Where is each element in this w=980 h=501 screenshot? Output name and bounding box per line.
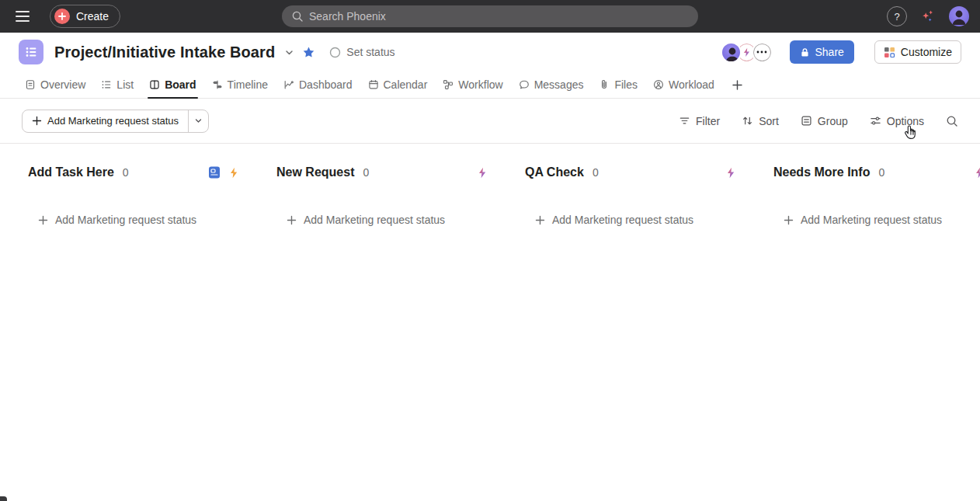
rule-bolt-gradient-icon[interactable] xyxy=(477,167,488,179)
column-title[interactable]: New Request xyxy=(276,165,354,179)
board-toolbar: Add Marketing request status Filter Sort xyxy=(0,99,980,144)
board-search-button[interactable] xyxy=(946,115,958,127)
customize-button[interactable]: Customize xyxy=(874,40,961,64)
ai-sparkles-icon[interactable] xyxy=(918,6,938,26)
add-card-button[interactable]: Add Marketing request status xyxy=(276,214,445,226)
workload-person-icon xyxy=(653,79,664,90)
sort-arrows-icon xyxy=(742,115,753,127)
add-status-label: Add Marketing request status xyxy=(47,115,179,127)
project-list-icon xyxy=(19,40,43,64)
sort-label: Sort xyxy=(759,115,779,127)
workflow-icon xyxy=(443,79,454,90)
plus-icon xyxy=(287,215,297,225)
column-count: 0 xyxy=(878,166,884,179)
status-circle-icon xyxy=(329,47,341,58)
search-icon xyxy=(946,115,958,127)
tab-label: Board xyxy=(165,78,196,91)
add-card-button[interactable]: Add Marketing request status xyxy=(28,214,196,226)
filter-label: Filter xyxy=(696,115,720,127)
tab-label: Files xyxy=(614,78,638,91)
plus-circle-icon xyxy=(54,9,70,24)
column-title[interactable]: QA Check xyxy=(525,165,584,179)
tab-label: Dashboard xyxy=(299,78,353,91)
title-chevron-down-icon[interactable] xyxy=(284,47,294,57)
rule-bolt-gradient-icon[interactable] xyxy=(974,167,980,179)
member-avatars xyxy=(721,42,773,63)
add-card-label: Add Marketing request status xyxy=(801,214,942,226)
column-count: 0 xyxy=(363,166,369,179)
set-status-label: Set status xyxy=(346,46,394,58)
paperclip-icon xyxy=(599,79,610,90)
search-icon xyxy=(291,10,304,23)
sort-button[interactable]: Sort xyxy=(742,115,779,127)
add-card-label: Add Marketing request status xyxy=(304,214,445,226)
member-avatar[interactable] xyxy=(721,42,742,63)
hamburger-menu-icon[interactable] xyxy=(16,7,34,26)
share-button-label: Share xyxy=(815,46,844,58)
plus-icon xyxy=(32,116,42,126)
tab-dashboard[interactable]: Dashboard xyxy=(276,71,360,98)
plus-icon xyxy=(535,215,545,225)
app-window: Create ? xyxy=(0,0,980,501)
ellipsis-icon xyxy=(756,50,767,54)
search-input[interactable] xyxy=(309,10,689,23)
page-title[interactable]: Project/Initiative Intake Board xyxy=(54,43,275,61)
tab-overview[interactable]: Overview xyxy=(17,71,93,98)
favorite-star-icon[interactable] xyxy=(302,46,315,59)
view-tabs: Overview List Board Timeline Dashboard xyxy=(0,71,980,99)
form-icon[interactable] xyxy=(208,166,221,179)
tab-workload[interactable]: Workload xyxy=(645,71,722,98)
global-topbar: Create ? xyxy=(0,0,980,33)
column-title[interactable]: Add Task Here xyxy=(28,165,114,179)
board-column-qa-check: QA Check 0 Add Marketing request status xyxy=(525,164,745,228)
help-button[interactable]: ? xyxy=(887,6,907,26)
kanban-board: Add Task Here 0 xyxy=(0,144,980,228)
customize-button-label: Customize xyxy=(901,46,952,58)
add-card-button[interactable]: Add Marketing request status xyxy=(525,214,693,226)
customize-grid-icon xyxy=(884,47,895,58)
plus-icon xyxy=(732,79,743,91)
share-button[interactable]: Share xyxy=(790,40,854,64)
tab-workflow[interactable]: Workflow xyxy=(435,71,510,98)
chat-bubble-icon xyxy=(519,79,530,90)
project-header: Project/Initiative Intake Board Set stat… xyxy=(0,33,980,71)
create-button[interactable]: Create xyxy=(50,5,120,28)
group-button[interactable]: Group xyxy=(801,115,848,127)
tab-board[interactable]: Board xyxy=(141,71,203,98)
tab-calendar[interactable]: Calendar xyxy=(360,71,436,98)
create-button-label: Create xyxy=(76,10,109,23)
calendar-icon xyxy=(368,79,379,90)
add-card-button[interactable]: Add Marketing request status xyxy=(773,214,942,226)
chart-icon xyxy=(283,79,294,90)
add-card-label: Add Marketing request status xyxy=(55,214,196,226)
rule-bolt-amber-icon[interactable] xyxy=(228,167,239,179)
plus-icon xyxy=(784,215,794,225)
tab-messages[interactable]: Messages xyxy=(511,71,592,98)
user-avatar[interactable] xyxy=(949,6,969,26)
rule-bolt-gradient-icon[interactable] xyxy=(725,167,736,179)
options-sliders-icon xyxy=(870,115,881,127)
tab-label: Overview xyxy=(40,78,85,91)
tab-list[interactable]: List xyxy=(93,71,141,98)
add-status-button[interactable]: Add Marketing request status xyxy=(23,110,188,132)
more-members-button[interactable] xyxy=(752,42,773,63)
add-tab-button[interactable] xyxy=(722,71,752,98)
tab-timeline[interactable]: Timeline xyxy=(204,71,276,98)
options-button[interactable]: Options xyxy=(870,115,924,127)
tab-label: Messages xyxy=(534,78,584,91)
add-status-caret-button[interactable] xyxy=(188,110,208,132)
board-column-new-request: New Request 0 Add Marketing request stat… xyxy=(276,164,497,228)
plus-icon xyxy=(38,215,48,225)
clipboard-icon xyxy=(25,79,36,90)
global-search-bar[interactable] xyxy=(282,5,698,27)
tab-label: Workload xyxy=(669,78,714,91)
filter-icon xyxy=(679,115,690,127)
add-card-label: Add Marketing request status xyxy=(552,214,693,226)
column-count: 0 xyxy=(593,166,599,179)
board-column-add-task-here: Add Task Here 0 xyxy=(28,164,248,228)
tab-files[interactable]: Files xyxy=(591,71,645,98)
chevron-down-icon xyxy=(194,117,203,125)
column-title[interactable]: Needs More Info xyxy=(773,165,870,179)
filter-button[interactable]: Filter xyxy=(679,115,720,127)
set-status-button[interactable]: Set status xyxy=(329,46,394,58)
